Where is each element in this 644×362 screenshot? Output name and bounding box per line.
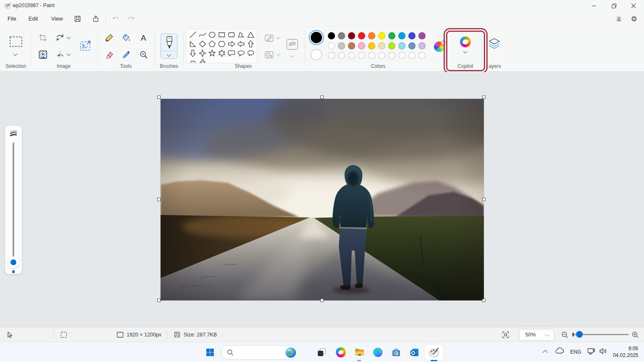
language-indicator[interactable]: ENG — [570, 349, 581, 355]
outlook-button[interactable] — [407, 345, 423, 360]
stroke-thickness-icon[interactable] — [286, 38, 299, 51]
hidden-icons-chevron[interactable] — [543, 350, 548, 355]
color-swatch-empty[interactable] — [368, 52, 375, 59]
save-icon[interactable] — [73, 14, 82, 23]
selection-handle-bottom-right[interactable] — [482, 299, 486, 302]
close-button[interactable] — [624, 0, 643, 12]
color-swatch[interactable] — [418, 42, 426, 49]
color-picker-icon[interactable] — [121, 49, 131, 59]
file-explorer-button[interactable] — [351, 345, 367, 360]
fit-to-screen-icon[interactable] — [502, 331, 509, 339]
shape-outline-icon[interactable] — [264, 33, 274, 43]
menu-edit[interactable]: Edit — [24, 13, 42, 24]
start-button[interactable] — [202, 345, 218, 360]
shape-star-six[interactable] — [217, 49, 226, 58]
settings-gear-icon[interactable]: ⚙ — [629, 14, 639, 23]
redo-icon[interactable] — [127, 14, 136, 23]
shape-speech-cloud[interactable] — [246, 49, 255, 58]
color-swatch-empty[interactable] — [408, 52, 415, 59]
shape-triangle[interactable] — [246, 30, 255, 39]
selection-handle-top-center[interactable] — [320, 96, 324, 99]
color-swatch[interactable] — [388, 42, 395, 49]
shape-star-five[interactable] — [207, 49, 217, 58]
shape-right-triangle[interactable] — [188, 39, 197, 49]
color-swatch[interactable] — [398, 42, 405, 49]
background-color-swatch[interactable] — [311, 49, 322, 60]
shape-lightning[interactable] — [197, 58, 207, 63]
shape-pentagon[interactable] — [207, 39, 217, 49]
rotate-dropdown-chevron[interactable] — [67, 35, 71, 39]
color-swatch-empty[interactable] — [348, 52, 355, 59]
edge-button[interactable] — [370, 345, 386, 360]
volume-icon[interactable] — [599, 347, 607, 357]
stroke-thickness-chevron[interactable] — [290, 54, 294, 58]
color-swatch[interactable] — [358, 42, 365, 49]
shape-arrow-left[interactable] — [236, 39, 246, 49]
color-swatch[interactable] — [338, 32, 345, 39]
shape-arrow-down[interactable] — [188, 49, 197, 58]
color-swatch[interactable] — [328, 42, 335, 49]
rotate-icon[interactable] — [55, 33, 65, 43]
color-swatch[interactable] — [408, 32, 415, 39]
color-swatch[interactable] — [388, 32, 395, 39]
resize-image-icon[interactable] — [80, 40, 91, 52]
text-tool-icon[interactable]: A — [138, 33, 148, 43]
account-icon[interactable] — [614, 14, 623, 23]
color-swatch-empty[interactable] — [338, 52, 345, 59]
magnifier-tool-icon[interactable] — [138, 49, 148, 59]
maximize-button[interactable] — [604, 0, 623, 12]
shape-hexagon[interactable] — [217, 39, 226, 49]
flip-icon[interactable] — [55, 49, 65, 59]
foreground-color-swatch[interactable] — [311, 32, 322, 43]
color-swatch[interactable] — [418, 32, 426, 39]
network-icon[interactable] — [587, 347, 596, 357]
selection-dropdown-chevron[interactable] — [13, 52, 18, 56]
color-swatch-empty[interactable] — [378, 52, 385, 59]
selection-handle-middle-left[interactable] — [157, 198, 161, 201]
color-swatch[interactable] — [348, 42, 355, 49]
shape-speech-rounded[interactable] — [226, 49, 236, 58]
fill-bucket-icon[interactable] — [121, 33, 131, 43]
color-swatch[interactable] — [368, 32, 375, 39]
shape-arrow-right[interactable] — [226, 39, 236, 49]
menu-file[interactable]: File — [3, 13, 21, 24]
shape-polygon[interactable] — [236, 30, 246, 39]
color-swatch[interactable] — [408, 42, 415, 49]
color-swatch[interactable] — [378, 32, 385, 39]
shape-fill-chevron[interactable] — [276, 52, 280, 56]
undo-icon[interactable] — [111, 14, 120, 23]
selection-handle-top-right[interactable] — [482, 96, 486, 99]
color-swatch-empty[interactable] — [388, 52, 395, 59]
crop-icon[interactable] — [38, 33, 48, 43]
brushes-dropdown-chevron[interactable] — [167, 53, 171, 57]
color-swatch[interactable] — [358, 32, 365, 39]
color-swatch[interactable] — [368, 42, 375, 49]
thickness-slider-thumb[interactable] — [8, 256, 19, 268]
shape-line[interactable] — [188, 30, 197, 39]
clock[interactable]: 9:05 04.02.2025 — [613, 346, 638, 359]
color-swatch[interactable] — [338, 42, 345, 49]
selection-handle-top-left[interactable] — [157, 96, 161, 99]
shape-speech-oval[interactable] — [236, 49, 246, 58]
task-view-button[interactable] — [314, 345, 330, 360]
shape-heart[interactable] — [188, 58, 197, 63]
color-swatch-empty[interactable] — [418, 52, 426, 59]
shape-rounded-rectangle[interactable] — [226, 30, 236, 39]
shape-outline-chevron[interactable] — [276, 35, 280, 39]
shape-rectangle[interactable] — [217, 30, 226, 39]
taskbar-copilot-button[interactable] — [333, 345, 349, 360]
zoom-level-dropdown[interactable]: 50% — [519, 329, 554, 341]
selection-handle-bottom-center[interactable] — [320, 299, 324, 302]
color-swatch-empty[interactable] — [358, 52, 365, 59]
canvas-image[interactable] — [161, 99, 484, 300]
color-swatch[interactable] — [348, 32, 355, 39]
color-swatch-empty[interactable] — [398, 52, 405, 59]
background-removal-icon[interactable] — [38, 49, 48, 59]
zoom-slider-thumb[interactable] — [576, 331, 583, 338]
zoom-in-icon[interactable] — [631, 331, 639, 339]
color-swatch[interactable] — [378, 42, 385, 49]
layers-icon[interactable] — [488, 37, 501, 50]
shape-diamond[interactable] — [197, 39, 207, 49]
shape-star-four[interactable] — [197, 49, 207, 58]
color-swatch-empty[interactable] — [328, 52, 335, 59]
